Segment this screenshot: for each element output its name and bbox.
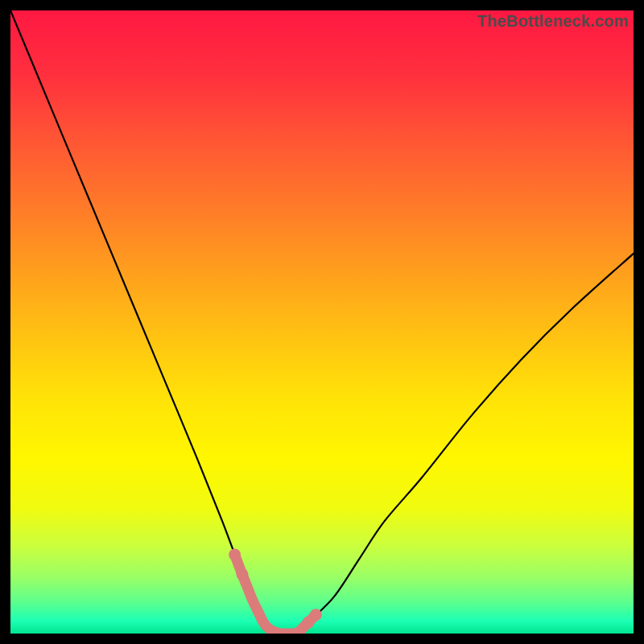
svg-point-1 (236, 568, 248, 580)
chart-frame: TheBottleneck.com (10, 10, 634, 634)
gradient-background (10, 10, 634, 634)
bottleneck-chart (10, 10, 634, 634)
svg-point-3 (310, 609, 322, 621)
svg-point-0 (229, 549, 241, 561)
watermark-text: TheBottleneck.com (477, 12, 629, 31)
